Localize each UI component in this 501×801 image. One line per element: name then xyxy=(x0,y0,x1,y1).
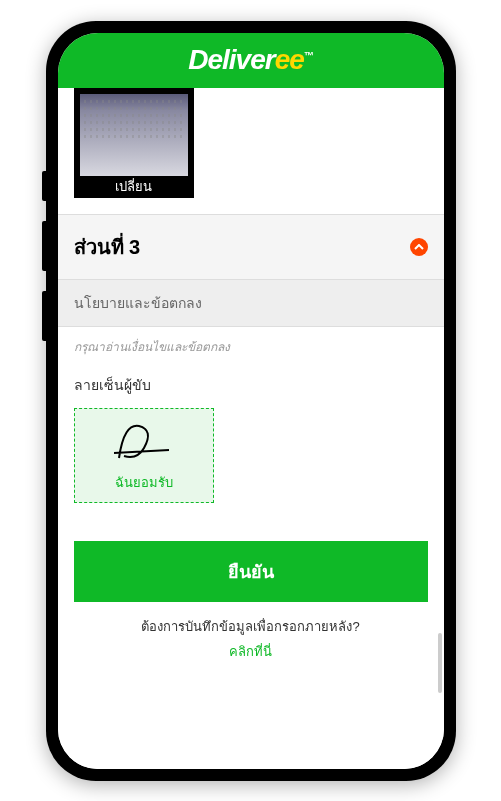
photo-section: เปลี่ยน xyxy=(58,88,444,214)
save-question: ต้องการบันทึกข้อมูลเพื่อกรอกภายหลัง? xyxy=(141,619,359,634)
save-note: ต้องการบันทึกข้อมูลเพื่อกรอกภายหลัง? คลิ… xyxy=(74,602,428,676)
policy-header: นโยบายและข้อตกลง xyxy=(58,280,444,327)
chevron-up-icon[interactable] xyxy=(410,238,428,256)
submit-section: ยืนยัน ต้องการบันทึกข้อมูลเพื่อกรอกภายหล… xyxy=(58,511,444,692)
photo-change-label[interactable]: เปลี่ยน xyxy=(74,176,194,198)
content-scroll[interactable]: เปลี่ยน ส่วนที่ 3 นโยบายและข้อตกลง กรุณา… xyxy=(58,88,444,769)
phone-frame: Deliveree™ เปลี่ยน ส่วนที xyxy=(46,21,456,781)
photo-preview xyxy=(80,94,188,176)
click-here-link[interactable]: คลิกที่นี่ xyxy=(90,641,412,662)
submit-button[interactable]: ยืนยัน xyxy=(74,541,428,602)
signature-label: ลายเซ็นผู้ขับ xyxy=(58,366,444,400)
signature-box[interactable]: ฉันยอมรับ xyxy=(74,408,214,503)
policy-note: กรุณาอ่านเงื่อนไขและข้อตกลง xyxy=(58,327,444,366)
logo-text-white: Deliver xyxy=(188,44,274,75)
phone-side-buttons xyxy=(42,171,46,361)
deliveree-logo: Deliveree™ xyxy=(188,44,313,76)
section-3-title: ส่วนที่ 3 xyxy=(74,231,141,263)
signature-accept-label: ฉันยอมรับ xyxy=(115,472,173,493)
logo-text-yellow: ee xyxy=(275,44,304,75)
app-header: Deliveree™ xyxy=(58,33,444,88)
section-3-header[interactable]: ส่วนที่ 3 xyxy=(58,214,444,280)
scrollbar-indicator xyxy=(438,633,442,693)
signature-drawing xyxy=(109,418,179,468)
logo-tm: ™ xyxy=(304,50,313,61)
photo-thumbnail[interactable]: เปลี่ยน xyxy=(74,88,194,198)
phone-screen: Deliveree™ เปลี่ยน ส่วนที xyxy=(58,33,444,769)
